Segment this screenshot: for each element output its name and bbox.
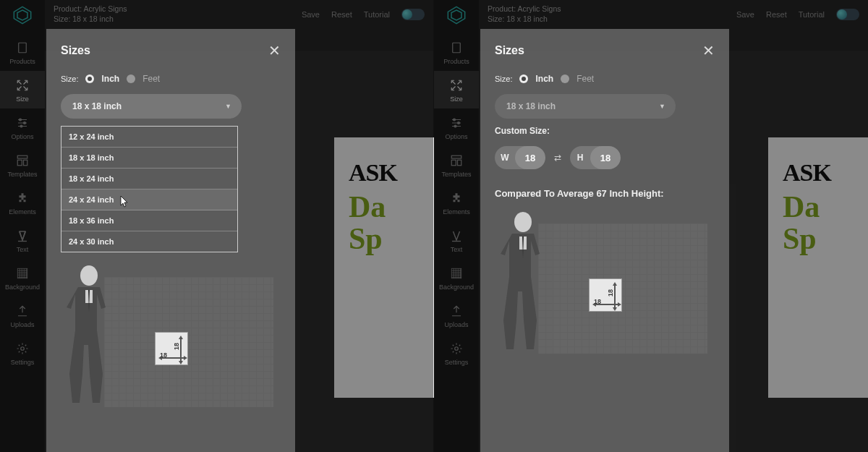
radio-inch[interactable] [519, 74, 528, 83]
size-option[interactable]: 18 x 36 inch [61, 210, 237, 231]
products-icon [15, 40, 30, 55]
sidebar-item-elements[interactable]: Elements [0, 184, 45, 221]
pane-left: Products Size Options Templates Elements… [0, 0, 434, 452]
sidebar-item-background[interactable]: Background [434, 259, 479, 297]
radio-inch[interactable] [85, 74, 94, 83]
save-link[interactable]: Save [736, 10, 754, 19]
sidebar: Products Size Options Templates Elements… [434, 0, 479, 452]
sign-width-value: 18 [160, 351, 167, 359]
topbar: Product: Acrylic Signs Size: 18 x 18 inc… [45, 0, 433, 29]
tutorial-link[interactable]: Tutorial [364, 10, 390, 19]
tutorial-link[interactable]: Tutorial [799, 10, 825, 19]
text-icon [15, 229, 30, 243]
sidebar-item-products[interactable]: Products [0, 33, 45, 71]
unit-toggle: Size: Inch Feet [61, 74, 281, 84]
sidebar-label: Products [9, 58, 35, 65]
svg-point-18 [454, 125, 456, 127]
svg-rect-9 [17, 268, 27, 278]
sidebar-label: Templates [7, 171, 37, 178]
product-name: Product: Acrylic Signs [54, 4, 127, 14]
sidebar-label: Background [439, 283, 474, 291]
svg-marker-13 [448, 7, 464, 23]
product-info: Product: Acrylic Signs Size: 18 x 18 inc… [488, 4, 561, 24]
size-dropdown: 12 x 24 inch 18 x 18 inch 18 x 24 inch 2… [61, 126, 238, 252]
sidebar-item-background[interactable]: Background [0, 259, 45, 297]
sidebar-label: Settings [11, 359, 35, 366]
compare-area: 18 18 [495, 209, 715, 368]
size-option[interactable]: 12 x 24 inch [61, 127, 237, 148]
save-link[interactable]: Save [302, 10, 320, 19]
height-input-group: H [570, 146, 621, 169]
custom-size-label: Custom Size: [495, 126, 715, 136]
size-select[interactable]: 18 x 18 inch ▼ [495, 94, 676, 119]
size-option[interactable]: 24 x 24 inch [61, 189, 237, 210]
svg-rect-20 [451, 160, 456, 166]
preview-subheading-2: Sp [783, 223, 868, 255]
sidebar-item-products[interactable]: Products [434, 33, 479, 71]
sizes-modal: Sizes ✕ Size: Inch Feet 18 x 18 inch ▼ 1… [46, 29, 295, 452]
radio-feet-label[interactable]: Feet [576, 74, 594, 84]
sidebar-label: Elements [9, 208, 36, 216]
swap-icon[interactable]: ⇄ [554, 153, 561, 163]
close-icon[interactable]: ✕ [268, 42, 281, 59]
sidebar-item-uploads[interactable]: Uploads [0, 297, 45, 334]
background-icon [449, 266, 464, 281]
svg-point-24 [514, 212, 532, 232]
sign-preview: 18 18 [589, 278, 622, 312]
size-select[interactable]: 18 x 18 inch ▼ [61, 94, 242, 119]
sidebar-label: Text [451, 246, 463, 253]
svg-rect-8 [24, 160, 27, 166]
sidebar-item-text[interactable]: Text [434, 221, 479, 259]
size-option[interactable]: 18 x 18 inch [61, 148, 237, 169]
options-icon [449, 116, 464, 130]
size-icon [15, 78, 30, 93]
sidebar-item-size[interactable]: Size [434, 71, 479, 108]
sidebar-item-templates[interactable]: Templates [0, 146, 45, 184]
sidebar-item-settings[interactable]: Settings [0, 334, 45, 372]
theme-toggle[interactable] [836, 9, 859, 20]
sidebar-label: Settings [445, 359, 469, 366]
person-silhouette [490, 209, 556, 361]
product-size: Size: 18 x 18 inch [54, 14, 127, 25]
sidebar-label: Text [17, 246, 29, 253]
grid-background [104, 277, 273, 407]
svg-point-3 [20, 119, 22, 121]
sidebar-label: Elements [443, 208, 470, 216]
close-icon[interactable]: ✕ [702, 42, 715, 59]
sidebar-item-templates[interactable]: Templates [434, 146, 479, 184]
sidebar-item-size[interactable]: Size [0, 71, 45, 108]
svg-rect-22 [451, 268, 461, 278]
size-label: Size: [61, 74, 78, 83]
sidebar-item-elements[interactable]: Elements [434, 184, 479, 221]
size-option[interactable]: 24 x 30 inch [61, 231, 237, 252]
sidebar-item-uploads[interactable]: Uploads [434, 297, 479, 334]
sidebar-label: Uploads [10, 321, 34, 328]
sidebar: Products Size Options Templates Elements… [0, 0, 45, 452]
svg-rect-19 [451, 155, 461, 158]
radio-inch-label[interactable]: Inch [101, 74, 119, 84]
sign-preview: 18 18 [155, 332, 188, 365]
compare-label: Compared To Average 67 Inch Height: [495, 188, 715, 199]
size-option[interactable]: 18 x 24 inch [61, 169, 237, 189]
product-name: Product: Acrylic Signs [488, 4, 561, 14]
height-input[interactable] [590, 146, 621, 169]
sidebar-item-settings[interactable]: Settings [434, 334, 479, 372]
reset-link[interactable]: Reset [766, 10, 787, 19]
svg-marker-1 [17, 10, 27, 20]
design-preview[interactable]: ASK Da Sp [768, 137, 868, 398]
sidebar-item-options[interactable]: Options [434, 108, 479, 146]
text-icon [449, 229, 464, 243]
theme-toggle[interactable] [401, 9, 425, 20]
reset-link[interactable]: Reset [331, 10, 352, 19]
sidebar-label: Options [445, 133, 467, 140]
sidebar-label: Background [5, 283, 40, 291]
radio-feet-label[interactable]: Feet [142, 74, 160, 84]
sidebar-item-options[interactable]: Options [0, 108, 45, 146]
width-input[interactable] [515, 146, 545, 169]
sidebar-item-text[interactable]: Text [0, 221, 45, 259]
radio-feet[interactable] [127, 74, 135, 83]
sizes-modal: Sizes ✕ Size: Inch Feet 18 x 18 inch ▼ C… [480, 29, 729, 452]
svg-point-17 [458, 122, 460, 124]
radio-feet[interactable] [561, 74, 569, 83]
radio-inch-label[interactable]: Inch [535, 74, 553, 84]
